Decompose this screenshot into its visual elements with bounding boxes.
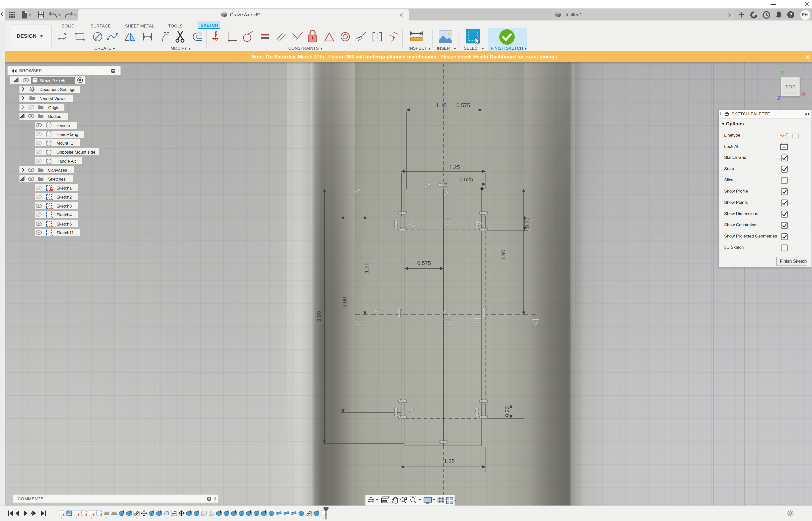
svg-text:Handle: Handle bbox=[56, 123, 70, 128]
svg-text:Opposite Mount side: Opposite Mount side bbox=[56, 150, 95, 155]
svg-text:0.625: 0.625 bbox=[459, 176, 473, 183]
svg-text:0.20: 0.20 bbox=[524, 218, 530, 228]
svg-text:0.20: 0.20 bbox=[504, 406, 510, 417]
svg-text:Sketch1: Sketch1 bbox=[56, 186, 72, 190]
svg-text:0.575: 0.575 bbox=[417, 260, 431, 266]
svg-text:1.50: 1.50 bbox=[363, 263, 370, 273]
svg-text:Mount (1): Mount (1) bbox=[56, 141, 75, 145]
svg-text:1.25: 1.25 bbox=[444, 458, 455, 464]
svg-text:Sketch4: Sketch4 bbox=[56, 212, 72, 217]
svg-text:Head+Tang: Head+Tang bbox=[56, 132, 78, 137]
svg-text:Sketch11: Sketch11 bbox=[56, 230, 74, 235]
svg-text:Graze Axe v6: Graze Axe v6 bbox=[40, 78, 65, 83]
svg-text:Sketches: Sketches bbox=[48, 177, 66, 182]
svg-text:Origin: Origin bbox=[48, 106, 59, 110]
svg-text:3.80: 3.80 bbox=[316, 311, 322, 322]
svg-text:Named Views: Named Views bbox=[40, 96, 66, 101]
svg-text:1.15: 1.15 bbox=[436, 102, 447, 108]
svg-text:Sketch3: Sketch3 bbox=[56, 204, 72, 208]
svg-text:Handle Alt: Handle Alt bbox=[56, 159, 76, 164]
svg-text:?: ? bbox=[789, 12, 792, 18]
svg-text:1.90: 1.90 bbox=[500, 250, 506, 260]
svg-text:0.575: 0.575 bbox=[456, 102, 470, 108]
svg-text:Document Settings: Document Settings bbox=[40, 87, 75, 92]
svg-text:1.25: 1.25 bbox=[449, 164, 460, 170]
svg-text:Sketch6: Sketch6 bbox=[56, 222, 72, 227]
svg-text:Canvases: Canvases bbox=[48, 168, 67, 173]
svg-text:Sketch2: Sketch2 bbox=[56, 195, 72, 200]
svg-text:3.00: 3.00 bbox=[341, 297, 348, 308]
svg-text:Bodies: Bodies bbox=[48, 114, 61, 119]
